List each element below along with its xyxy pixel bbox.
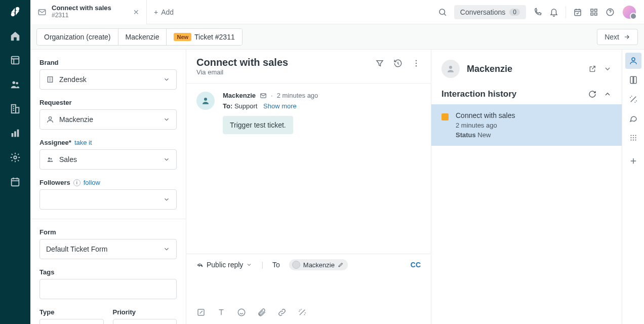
priority-select[interactable]: High	[113, 319, 177, 324]
right-rail	[622, 50, 644, 324]
type-label: Type	[39, 308, 104, 316]
tab-ticket[interactable]: New Ticket #2311	[167, 29, 242, 45]
ticket-tab[interactable]: Connect with sales #2311 ✕	[30, 0, 147, 24]
status-label: Status	[456, 131, 476, 139]
context-bar: Organization (create) Mackenzie New Tick…	[30, 24, 644, 50]
message-author: Mackenzie	[223, 92, 256, 99]
chevron-down-icon[interactable]	[603, 65, 612, 73]
brand-select[interactable]: Zendesk	[39, 69, 177, 90]
notifications-icon[interactable]	[549, 8, 558, 17]
reply-type-select[interactable]: Public reply	[196, 261, 252, 269]
chat-icon[interactable]	[625, 110, 641, 127]
follow-link[interactable]: follow	[84, 179, 100, 186]
ticket-status-icon	[441, 113, 449, 120]
assignee-label: Assignee* take it	[39, 139, 177, 146]
attach-icon[interactable]	[257, 308, 266, 317]
type-select[interactable]: -	[39, 319, 104, 324]
followers-label: Followers i follow	[39, 179, 177, 186]
assignee-value: Sales	[59, 155, 77, 164]
history-icon[interactable]	[393, 59, 402, 68]
next-button[interactable]: Next	[597, 29, 638, 45]
user-panel-icon[interactable]	[625, 53, 641, 69]
svg-point-31	[449, 66, 452, 69]
chip-name: Mackenzie	[303, 261, 335, 269]
conversation-pane: Connect with sales Via email	[186, 50, 431, 324]
brand-value: Zendesk	[59, 75, 87, 84]
apps-icon[interactable]	[589, 8, 598, 17]
phone-icon[interactable]	[533, 8, 542, 17]
refresh-icon[interactable]	[588, 90, 596, 98]
followers-select[interactable]	[39, 189, 177, 210]
svg-rect-18	[595, 13, 597, 15]
tags-input[interactable]	[39, 279, 177, 299]
mail-icon	[37, 8, 47, 17]
history-item[interactable]: Connect with sales 2 minutes ago Status …	[431, 104, 622, 146]
edit-icon[interactable]	[338, 262, 344, 268]
brand-label: Brand	[39, 59, 177, 66]
profile-avatar[interactable]	[622, 5, 637, 20]
reporting-icon[interactable]	[10, 128, 21, 139]
cc-link[interactable]: CC	[411, 261, 421, 269]
calendar-icon[interactable]	[10, 176, 21, 187]
tab-user[interactable]: Mackenzie	[118, 29, 167, 45]
reply-textarea[interactable]	[186, 275, 431, 299]
views-icon[interactable]	[10, 55, 21, 66]
tab-organization[interactable]: Organization (create)	[37, 29, 118, 45]
assignee-select[interactable]: Sales	[39, 149, 177, 170]
close-tab-icon[interactable]: ✕	[133, 8, 139, 16]
svg-point-41	[635, 139, 636, 140]
context-panel: Mackenzie Interaction history	[431, 50, 622, 324]
svg-rect-20	[48, 77, 52, 83]
compose-icon[interactable]	[196, 308, 206, 317]
open-external-icon[interactable]	[588, 65, 596, 73]
add-tab-button[interactable]: + Add	[147, 8, 181, 16]
svg-point-23	[50, 158, 52, 159]
recipient-chip[interactable]: Mackenzie	[289, 259, 348, 270]
add-label: Add	[161, 8, 174, 16]
svg-point-3	[13, 82, 16, 85]
svg-point-37	[632, 137, 633, 138]
group-icon	[46, 155, 54, 164]
form-value: Default Ticket Form	[46, 245, 107, 253]
text-format-icon[interactable]	[217, 308, 226, 317]
more-icon[interactable]	[412, 59, 421, 68]
zendesk-logo-icon[interactable]	[10, 6, 21, 17]
ticket-label: Ticket #2311	[194, 33, 235, 41]
conversations-button[interactable]: Conversations 0	[454, 5, 526, 19]
knowledge-icon[interactable]	[625, 72, 641, 88]
divider: |	[261, 261, 263, 269]
form-select[interactable]: Default Ticket Form	[39, 239, 177, 259]
svg-point-38	[635, 137, 636, 138]
svg-point-26	[416, 65, 417, 66]
requester-select[interactable]: Mackenzie	[39, 109, 177, 130]
divider	[30, 219, 186, 219]
help-icon[interactable]	[606, 8, 615, 17]
search-icon[interactable]	[438, 8, 447, 17]
svg-rect-7	[12, 133, 14, 137]
chevron-up-icon[interactable]	[603, 90, 612, 98]
to-label: To	[272, 261, 280, 269]
take-it-link[interactable]: take it	[74, 139, 92, 146]
customers-icon[interactable]	[10, 79, 21, 90]
plus-icon: +	[154, 8, 158, 16]
link-icon[interactable]	[277, 308, 287, 317]
emoji-icon[interactable]	[237, 308, 246, 317]
schedule-icon[interactable]	[573, 8, 582, 17]
svg-rect-9	[17, 130, 19, 137]
admin-icon[interactable]	[10, 152, 21, 163]
magic-icon[interactable]	[298, 308, 307, 317]
svg-rect-6	[16, 107, 19, 113]
home-icon[interactable]	[10, 30, 21, 42]
filter-icon[interactable]	[375, 59, 384, 68]
svg-rect-15	[591, 9, 593, 12]
new-badge: New	[174, 33, 191, 41]
organizations-icon[interactable]	[10, 103, 21, 114]
apps-grid-icon[interactable]	[625, 130, 641, 146]
conversations-label: Conversations	[460, 8, 506, 16]
priority-label: Priority	[113, 308, 177, 316]
magic-wand-icon[interactable]	[625, 91, 641, 107]
form-label: Form	[39, 228, 177, 236]
info-icon[interactable]: i	[73, 179, 80, 186]
add-app-icon[interactable]	[625, 153, 641, 169]
show-more-link[interactable]: Show more	[263, 102, 297, 110]
